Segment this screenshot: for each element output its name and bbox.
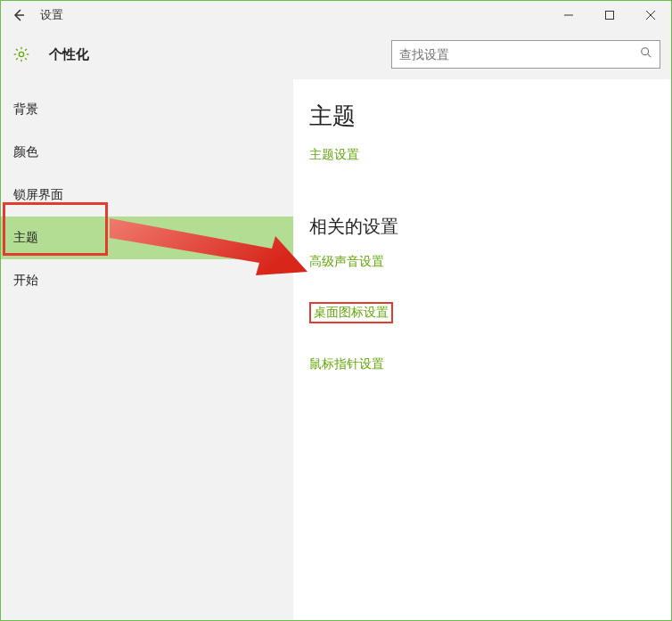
header-row: 个性化 — [1, 29, 671, 79]
search-icon — [640, 46, 652, 62]
sidebar-item-colors[interactable]: 颜色 — [1, 131, 293, 174]
close-button[interactable] — [630, 1, 671, 29]
link-theme-settings[interactable]: 主题设置 — [309, 147, 359, 163]
content-pane: 主题 主题设置 相关的设置 高级声音设置 桌面图标设置 鼠标指针设置 — [293, 79, 671, 620]
maximize-icon — [604, 10, 615, 20]
sidebar-item-label: 开始 — [13, 273, 38, 289]
link-advanced-sound[interactable]: 高级声音设置 — [309, 254, 384, 270]
sidebar-item-label: 主题 — [13, 230, 38, 246]
link-mouse-pointer[interactable]: 鼠标指针设置 — [309, 356, 384, 372]
svg-line-11 — [25, 58, 27, 60]
sidebar-item-lockscreen[interactable]: 锁屏界面 — [1, 174, 293, 217]
sidebar-item-background[interactable]: 背景 — [1, 88, 293, 131]
svg-line-15 — [648, 54, 652, 58]
title-bar: 设置 — [1, 1, 671, 29]
category-title: 个性化 — [49, 46, 89, 63]
sidebar-item-label: 锁屏界面 — [13, 187, 63, 203]
svg-line-12 — [16, 58, 18, 60]
sidebar-item-label: 背景 — [13, 102, 38, 118]
link-desktop-icon-settings[interactable]: 桌面图标设置 — [309, 302, 393, 323]
svg-line-10 — [16, 49, 18, 51]
sidebar: 背景 颜色 锁屏界面 主题 开始 — [1, 79, 293, 620]
svg-point-14 — [642, 48, 649, 55]
sidebar-item-themes[interactable]: 主题 — [1, 217, 293, 259]
settings-gear-icon — [10, 45, 33, 63]
settings-window: 设置 个性化 背景 颜色 — [0, 0, 672, 621]
sidebar-item-start[interactable]: 开始 — [1, 259, 293, 302]
body: 背景 颜色 锁屏界面 主题 开始 主题 主题设置 相关的设置 高级声音设置 桌面… — [1, 79, 671, 620]
search-box[interactable] — [391, 40, 660, 69]
svg-point-5 — [19, 52, 23, 56]
svg-line-13 — [25, 49, 27, 51]
back-button[interactable] — [1, 8, 37, 22]
close-icon — [645, 10, 656, 20]
maximize-button[interactable] — [589, 1, 630, 29]
page-heading-themes: 主题 — [309, 101, 655, 132]
svg-rect-2 — [606, 12, 614, 20]
sidebar-item-label: 颜色 — [13, 144, 38, 160]
window-title: 设置 — [40, 7, 63, 23]
minimize-button[interactable] — [548, 1, 589, 29]
back-arrow-icon — [12, 8, 26, 22]
page-heading-related: 相关的设置 — [309, 215, 655, 239]
minimize-icon — [563, 10, 574, 20]
search-input[interactable] — [399, 47, 640, 61]
window-controls — [548, 1, 671, 29]
